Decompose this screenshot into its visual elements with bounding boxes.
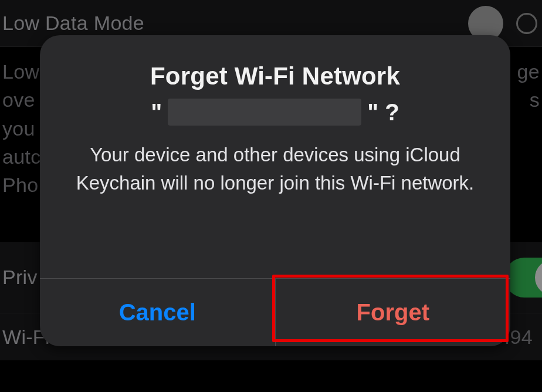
low-data-mode-label: Low Data Mode xyxy=(0,12,144,35)
dialog-network-name: " " ? xyxy=(61,99,489,126)
dialog-title: Forget Wi-Fi Network xyxy=(61,62,489,90)
dialog-body: Your device and other devices using iClo… xyxy=(61,141,489,197)
cancel-button[interactable]: Cancel xyxy=(40,279,275,346)
toggle-ring-icon xyxy=(516,13,537,34)
forget-network-dialog: Forget Wi-Fi Network " " ? Your device a… xyxy=(40,35,510,346)
redacted-network-name xyxy=(168,99,361,126)
dialog-buttons: Cancel Forget xyxy=(40,278,510,346)
forget-button[interactable]: Forget xyxy=(275,279,511,346)
private-address-label: Priv xyxy=(0,266,38,289)
